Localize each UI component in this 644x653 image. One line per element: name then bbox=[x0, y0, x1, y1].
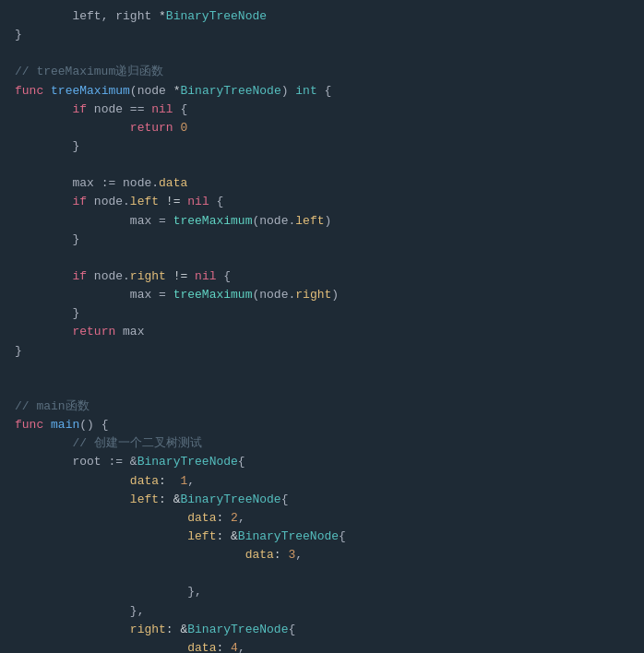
code-token: BinaryTreeNode bbox=[166, 9, 267, 23]
code-token: if bbox=[72, 102, 87, 116]
code-token bbox=[43, 84, 51, 98]
code-token: , bbox=[238, 641, 245, 653]
code-token: 2 bbox=[231, 511, 238, 525]
code-token: max := node. bbox=[15, 176, 159, 190]
code-token: max bbox=[115, 325, 144, 338]
code-token: 0 bbox=[180, 121, 187, 135]
code-token: max = bbox=[15, 214, 173, 228]
code-line: return 0 bbox=[15, 119, 629, 137]
code-token bbox=[15, 529, 187, 543]
code-token: func bbox=[15, 84, 43, 98]
code-line: // treeMaximum递归函数 bbox=[15, 63, 629, 81]
code-token: BinaryTreeNode bbox=[180, 84, 280, 98]
code-line: data: 1, bbox=[15, 472, 629, 491]
code-token: ) bbox=[325, 214, 332, 228]
code-line: } bbox=[15, 137, 629, 156]
code-line: max = treeMaximum(node.right) bbox=[15, 286, 629, 304]
code-token: node. bbox=[87, 269, 130, 283]
code-token: return bbox=[130, 121, 173, 135]
code-token: { bbox=[173, 102, 188, 116]
code-line: }, bbox=[15, 583, 629, 601]
code-token: // bbox=[15, 399, 36, 413]
code-line bbox=[15, 156, 629, 174]
code-token: 递归函数 bbox=[115, 65, 163, 78]
code-token: main bbox=[36, 399, 65, 413]
code-line: max := node.data bbox=[15, 174, 629, 193]
code-token: nil bbox=[151, 102, 173, 116]
code-token: } bbox=[15, 306, 79, 320]
code-token bbox=[15, 269, 72, 283]
code-line bbox=[15, 379, 629, 398]
code-token: data bbox=[245, 548, 274, 562]
code-token: { bbox=[288, 623, 295, 636]
code-token: { bbox=[317, 84, 332, 98]
code-line: if node == nil { bbox=[15, 101, 629, 119]
code-line: root := &BinaryTreeNode{ bbox=[15, 453, 629, 471]
code-line bbox=[15, 249, 629, 267]
code-token: if bbox=[72, 195, 87, 208]
code-token: node. bbox=[87, 195, 130, 208]
code-token: right bbox=[295, 288, 331, 302]
code-token: data bbox=[130, 474, 159, 488]
code-line: max = treeMaximum(node.left) bbox=[15, 212, 629, 231]
code-token: ) bbox=[281, 84, 296, 98]
code-token: treeMaximum bbox=[51, 84, 130, 98]
code-token: if bbox=[72, 269, 87, 283]
code-line: right: &BinaryTreeNode{ bbox=[15, 621, 629, 639]
code-line: } bbox=[15, 231, 629, 249]
code-line: left: &BinaryTreeNode{ bbox=[15, 528, 629, 546]
code-token: } bbox=[15, 232, 79, 246]
code-token: } bbox=[15, 139, 79, 153]
code-line: } bbox=[15, 26, 629, 44]
code-token: , bbox=[238, 511, 245, 525]
code-token: func bbox=[15, 418, 43, 432]
code-token bbox=[15, 493, 130, 506]
code-line: return max bbox=[15, 323, 629, 341]
code-token bbox=[43, 418, 51, 432]
code-line bbox=[15, 361, 629, 379]
code-token: { bbox=[281, 493, 289, 506]
code-line: if node.right != nil { bbox=[15, 267, 629, 286]
code-token: { bbox=[339, 529, 346, 543]
code-token: { bbox=[216, 269, 231, 283]
code-token: nil bbox=[195, 269, 216, 283]
code-token: max = bbox=[15, 288, 173, 302]
code-token: : & bbox=[159, 493, 180, 506]
code-token: left bbox=[130, 195, 159, 208]
code-token: data bbox=[187, 641, 216, 653]
code-token: right bbox=[130, 269, 166, 283]
code-token: * bbox=[159, 9, 166, 23]
code-token: treeMaximum bbox=[173, 288, 253, 302]
code-token: right bbox=[130, 623, 166, 636]
code-token bbox=[15, 121, 130, 135]
code-token: { bbox=[238, 455, 245, 469]
code-line: data: 2, bbox=[15, 509, 629, 528]
code-token: BinaryTreeNode bbox=[238, 529, 339, 543]
code-token: }, bbox=[15, 585, 202, 599]
code-token: (node. bbox=[252, 214, 295, 228]
code-token bbox=[15, 195, 72, 208]
code-line: }, bbox=[15, 602, 629, 621]
code-token bbox=[15, 102, 72, 116]
code-token: : & bbox=[216, 529, 237, 543]
code-line: // 创建一个二叉树测试 bbox=[15, 434, 629, 453]
code-token: int bbox=[295, 84, 316, 98]
code-line: } bbox=[15, 342, 629, 361]
code-token: treeMaximum bbox=[173, 214, 253, 228]
code-token: BinaryTreeNode bbox=[180, 493, 280, 506]
code-token: main bbox=[51, 418, 79, 432]
code-token bbox=[15, 548, 245, 562]
code-token: (node bbox=[130, 84, 173, 98]
code-token: 4 bbox=[231, 641, 238, 653]
code-token: ) bbox=[331, 288, 339, 302]
code-line: left: &BinaryTreeNode{ bbox=[15, 491, 629, 509]
code-line: left, right *BinaryTreeNode bbox=[15, 7, 629, 26]
code-line bbox=[15, 44, 629, 63]
code-line: func treeMaximum(node *BinaryTreeNode) i… bbox=[15, 82, 629, 101]
code-block: left, right *BinaryTreeNode} // treeMaxi… bbox=[0, 0, 644, 653]
code-token: , bbox=[187, 474, 195, 488]
code-token: BinaryTreeNode bbox=[137, 455, 238, 469]
code-token: != bbox=[166, 269, 195, 283]
code-line: data: 3, bbox=[15, 546, 629, 564]
code-line: func main() { bbox=[15, 416, 629, 434]
